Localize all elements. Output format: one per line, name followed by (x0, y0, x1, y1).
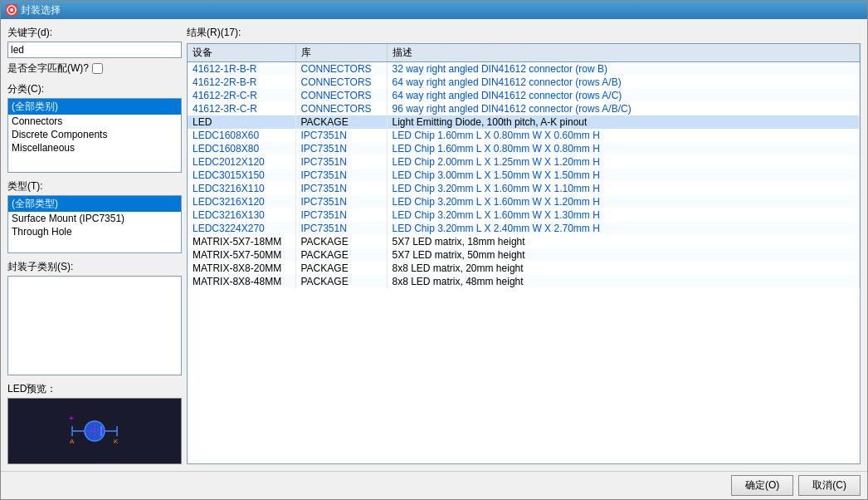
whole-word-row: 是否全字匹配(W)? (7, 61, 182, 76)
subcat-list[interactable] (7, 276, 182, 375)
table-row[interactable]: LEDPACKAGELight Emitting Diode, 100th pi… (188, 115, 860, 129)
led-preview-svg: A K + (66, 406, 124, 456)
preview-section: LED预览： A K (7, 382, 182, 464)
cell-lib: PACKAGE (295, 275, 387, 288)
cell-desc: 5X7 LED matrix, 18mm height (387, 235, 860, 248)
table-row[interactable]: LEDC3216X120IPC7351NLED Chip 3.20mm L X … (188, 195, 860, 208)
table-row[interactable]: MATRIX-5X7-18MMPACKAGE5X7 LED matrix, 18… (188, 235, 860, 248)
cell-lib: IPC7351N (295, 155, 387, 169)
main-content: 关键字(d): 是否全字匹配(W)? 分类(C): (全部类别) Connect… (1, 19, 867, 471)
cell-device: LEDC3216X130 (188, 208, 295, 222)
cell-device: LED (188, 115, 295, 129)
cell-desc: 5X7 LED matrix, 50mm height (387, 248, 860, 262)
cell-desc: 8x8 LED matrix, 48mm height (387, 275, 860, 288)
cell-lib: PACKAGE (295, 235, 387, 248)
cell-device: LEDC3216X110 (188, 182, 295, 195)
table-row[interactable]: LEDC2012X120IPC7351NLED Chip 2.00mm L X … (188, 155, 860, 169)
cell-device: MATRIX-8X8-48MM (188, 275, 295, 288)
cell-lib: IPC7351N (295, 182, 387, 195)
category-item-misc[interactable]: Miscellaneous (8, 141, 181, 154)
whole-word-label: 是否全字匹配(W)? (7, 61, 89, 76)
table-header-row: 设备 库 描述 (188, 44, 860, 62)
cell-device: MATRIX-5X7-18MM (188, 235, 295, 248)
cell-device: 41612-2R-C-R (188, 89, 295, 102)
cell-lib: PACKAGE (295, 115, 387, 129)
type-label: 类型(T): (7, 179, 182, 194)
results-table-container[interactable]: 设备 库 描述 41612-1R-B-RCONNECTORS32 way rig… (187, 43, 861, 464)
table-row[interactable]: LEDC3224X270IPC7351NLED Chip 3.20mm L X … (188, 222, 860, 235)
main-window: 封装选择 关键字(d): 是否全字匹配(W)? 分类(C): (全部类别) Co… (0, 0, 868, 500)
preview-label: LED预览： (7, 383, 56, 395)
subcat-label: 封装子类别(S): (7, 260, 182, 274)
type-item-th[interactable]: Through Hole (8, 225, 181, 238)
col-header-device: 设备 (188, 44, 295, 62)
type-item-smt[interactable]: Surface Mount (IPC7351) (8, 212, 181, 225)
keyword-label: 关键字(d): (7, 26, 182, 40)
category-list[interactable]: (全部类别) Connectors Discrete Components Mi… (7, 98, 182, 173)
category-label: 分类(C): (7, 82, 182, 96)
cell-desc: LED Chip 1.60mm L X 0.80mm W X 0.80mm H (387, 142, 860, 155)
category-item-discrete[interactable]: Discrete Components (8, 128, 181, 141)
category-item-connectors[interactable]: Connectors (8, 115, 181, 128)
table-row[interactable]: LEDC1608X60IPC7351NLED Chip 1.60mm L X 0… (188, 129, 860, 142)
type-item-all[interactable]: (全部类型) (8, 196, 181, 212)
cell-device: MATRIX-8X8-20MM (188, 262, 295, 275)
cell-desc: 32 way right angled DIN41612 connector (… (387, 62, 860, 76)
cell-lib: PACKAGE (295, 262, 387, 275)
cell-desc: LED Chip 1.60mm L X 0.80mm W X 0.60mm H (387, 129, 860, 142)
cell-desc: LED Chip 3.20mm L X 1.60mm W X 1.20mm H (387, 195, 860, 208)
type-list[interactable]: (全部类型) Surface Mount (IPC7351) Through H… (7, 195, 182, 253)
subcat-group: 封装子类别(S): (7, 257, 182, 375)
table-row[interactable]: 41612-1R-B-RCONNECTORS32 way right angle… (188, 62, 860, 76)
cell-lib: CONNECTORS (295, 102, 387, 115)
table-row[interactable]: 41612-2R-B-RCONNECTORS64 way right angle… (188, 76, 860, 89)
table-row[interactable]: LEDC1608X80IPC7351NLED Chip 1.60mm L X 0… (188, 142, 860, 155)
cell-device: LEDC1608X60 (188, 129, 295, 142)
col-header-lib: 库 (295, 44, 387, 62)
cell-device: LEDC2012X120 (188, 155, 295, 169)
table-row[interactable]: 41612-2R-C-RCONNECTORS64 way right angle… (188, 89, 860, 102)
cell-device: 41612-1R-B-R (188, 62, 295, 76)
cell-device: LEDC1608X80 (188, 142, 295, 155)
cancel-button[interactable]: 取消(C) (798, 475, 861, 496)
cell-lib: IPC7351N (295, 169, 387, 182)
cell-lib: IPC7351N (295, 129, 387, 142)
table-row[interactable]: MATRIX-8X8-48MMPACKAGE8x8 LED matrix, 48… (188, 275, 860, 288)
results-label: 结果(R)(17): (187, 26, 861, 40)
keyword-group: 关键字(d): (7, 26, 182, 58)
table-row[interactable]: 41612-3R-C-RCONNECTORS96 way right angle… (188, 102, 860, 115)
cell-lib: CONNECTORS (295, 62, 387, 76)
table-row[interactable]: LEDC3216X130IPC7351NLED Chip 3.20mm L X … (188, 208, 860, 222)
cell-desc: 8x8 LED matrix, 20mm height (387, 262, 860, 275)
cell-device: LEDC3015X150 (188, 169, 295, 182)
left-panel: 关键字(d): 是否全字匹配(W)? 分类(C): (全部类别) Connect… (7, 26, 182, 464)
table-row[interactable]: MATRIX-5X7-50MMPACKAGE5X7 LED matrix, 50… (188, 248, 860, 262)
table-row[interactable]: LEDC3015X150IPC7351NLED Chip 3.00mm L X … (188, 169, 860, 182)
right-panel: 结果(R)(17): 设备 库 描述 41612-1R-B-RCONNECTOR… (187, 26, 861, 464)
cell-desc: LED Chip 3.20mm L X 1.60mm W X 1.10mm H (387, 182, 860, 195)
svg-text:A: A (70, 438, 75, 445)
window-title: 封装选择 (21, 3, 61, 17)
cell-desc: LED Chip 3.20mm L X 1.60mm W X 1.30mm H (387, 208, 860, 222)
ok-button[interactable]: 确定(O) (731, 475, 793, 496)
cell-device: LEDC3216X120 (188, 195, 295, 208)
category-group: 分类(C): (全部类别) Connectors Discrete Compon… (7, 79, 182, 173)
cell-desc: LED Chip 3.00mm L X 1.50mm W X 1.50mm H (387, 169, 860, 182)
table-row[interactable]: MATRIX-8X8-20MMPACKAGE8x8 LED matrix, 20… (188, 262, 860, 275)
cell-lib: CONNECTORS (295, 89, 387, 102)
cell-desc: Light Emitting Diode, 100th pitch, A-K p… (387, 115, 860, 129)
table-row[interactable]: LEDC3216X110IPC7351NLED Chip 3.20mm L X … (188, 182, 860, 195)
category-item-all[interactable]: (全部类别) (8, 99, 181, 115)
title-bar: 封装选择 (1, 1, 867, 19)
cell-lib: IPC7351N (295, 208, 387, 222)
cell-lib: IPC7351N (295, 195, 387, 208)
whole-word-checkbox[interactable] (92, 63, 103, 74)
cell-desc: 64 way right angled DIN41612 connector (… (387, 76, 860, 89)
preview-box: A K + (7, 398, 182, 464)
cell-desc: LED Chip 3.20mm L X 2.40mm W X 2.70mm H (387, 222, 860, 235)
cell-lib: PACKAGE (295, 248, 387, 262)
keyword-input[interactable] (7, 42, 182, 58)
results-table: 设备 库 描述 41612-1R-B-RCONNECTORS32 way rig… (188, 44, 860, 288)
cell-desc: 96 way right angled DIN41612 connector (… (387, 102, 860, 115)
bottom-bar: 确定(O) 取消(C) (1, 471, 867, 499)
